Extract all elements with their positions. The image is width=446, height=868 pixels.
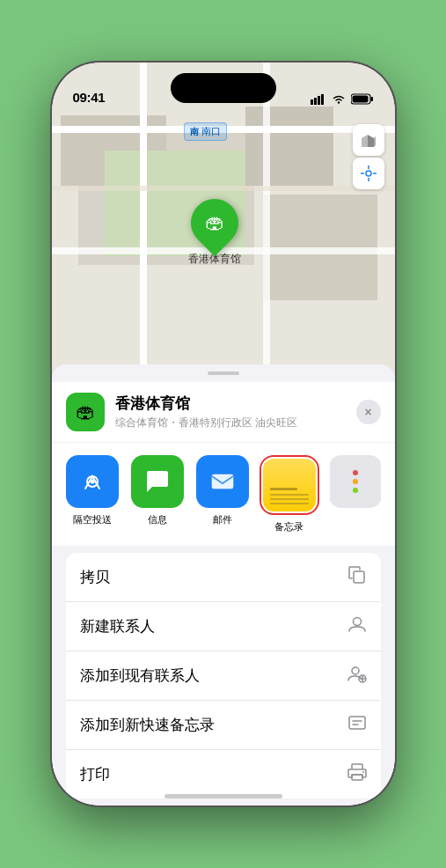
- svg-marker-10: [374, 136, 376, 147]
- messages-icon: [131, 455, 184, 508]
- map-label-text: 南口: [201, 125, 221, 138]
- print-icon: [347, 762, 367, 786]
- place-info: 香港体育馆 综合体育馆・香港特别行政区 油尖旺区: [115, 394, 346, 430]
- messages-label: 信息: [148, 513, 167, 526]
- action-quick-note[interactable]: 添加到新快速备忘录: [66, 701, 381, 750]
- phone-frame: 09:41: [52, 63, 395, 805]
- map-type-button[interactable]: [353, 124, 384, 156]
- svg-rect-2: [318, 96, 320, 105]
- share-apps-container: 隔空投送 信息: [66, 455, 381, 533]
- action-copy-label: 拷贝: [80, 567, 110, 587]
- svg-rect-1: [314, 98, 317, 105]
- place-description: 综合体育馆・香港特别行政区 油尖旺区: [115, 416, 346, 430]
- share-app-messages[interactable]: 信息: [131, 455, 184, 526]
- map-label: 南 南口: [184, 122, 227, 141]
- action-print[interactable]: 打印: [66, 750, 381, 798]
- location-marker[interactable]: 🏟 香港体育馆: [188, 199, 241, 267]
- svg-point-11: [366, 171, 371, 176]
- airdrop-label: 隔空投送: [73, 513, 112, 526]
- location-button[interactable]: [353, 158, 384, 189]
- signal-icon: [311, 94, 326, 105]
- svg-rect-29: [352, 764, 362, 769]
- more-icon: [330, 455, 380, 508]
- svg-marker-9: [368, 135, 374, 147]
- add-contact-icon: [347, 664, 367, 688]
- share-app-more[interactable]: [330, 455, 380, 508]
- wifi-icon: [332, 94, 346, 105]
- svg-point-31: [362, 771, 364, 773]
- svg-rect-5: [370, 97, 373, 101]
- place-icon: 🏟: [66, 393, 105, 431]
- place-name: 香港体育馆: [115, 394, 346, 414]
- notes-app-icon: [263, 459, 316, 511]
- dynamic-island: [171, 73, 276, 103]
- svg-rect-20: [354, 571, 364, 583]
- place-header: 🏟 香港体育馆 综合体育馆・香港特别行政区 油尖旺区 ×: [52, 382, 395, 442]
- action-print-label: 打印: [80, 764, 110, 784]
- close-button[interactable]: ×: [356, 400, 381, 424]
- svg-rect-3: [321, 94, 324, 105]
- bottom-sheet: 🏟 香港体育馆 综合体育馆・香港特别行政区 油尖旺区 ×: [52, 364, 395, 805]
- phone-screen: 09:41: [52, 63, 395, 805]
- svg-rect-26: [349, 717, 365, 729]
- notes-label: 备忘录: [274, 520, 303, 533]
- marker-pin: 🏟: [180, 189, 247, 256]
- share-app-notes[interactable]: 备忘录: [261, 455, 318, 533]
- marker-pin-icon: 🏟: [205, 211, 224, 234]
- home-indicator: [165, 794, 282, 798]
- share-app-airdrop[interactable]: 隔空投送: [66, 455, 119, 526]
- action-quick-note-label: 添加到新快速备忘录: [80, 715, 215, 735]
- mail-label: 邮件: [213, 513, 232, 526]
- quick-note-icon: [347, 713, 367, 737]
- svg-point-17: [90, 480, 94, 484]
- action-new-contact-label: 新建联系人: [80, 616, 155, 636]
- svg-rect-6: [352, 96, 368, 103]
- action-list: 拷贝 新建联系人: [66, 553, 381, 798]
- action-add-existing-label: 添加到现有联系人: [80, 666, 200, 686]
- svg-rect-30: [352, 775, 362, 780]
- status-icons: [311, 93, 374, 105]
- share-row: 隔空投送 信息: [52, 443, 395, 546]
- sheet-handle: [208, 371, 239, 375]
- airdrop-icon: [66, 455, 119, 508]
- svg-marker-8: [362, 135, 368, 147]
- svg-rect-0: [311, 99, 313, 105]
- copy-icon: [347, 565, 367, 589]
- action-copy[interactable]: 拷贝: [66, 553, 381, 602]
- map-controls: [353, 124, 384, 189]
- svg-point-22: [352, 667, 359, 674]
- svg-rect-18: [212, 474, 233, 489]
- new-contact-icon: [347, 614, 367, 638]
- share-app-mail[interactable]: 邮件: [196, 455, 249, 526]
- battery-icon: [351, 93, 374, 105]
- status-time: 09:41: [73, 90, 106, 105]
- svg-point-21: [353, 618, 361, 626]
- action-add-existing[interactable]: 添加到现有联系人: [66, 651, 381, 701]
- mail-icon: [196, 455, 249, 508]
- action-new-contact[interactable]: 新建联系人: [66, 602, 381, 651]
